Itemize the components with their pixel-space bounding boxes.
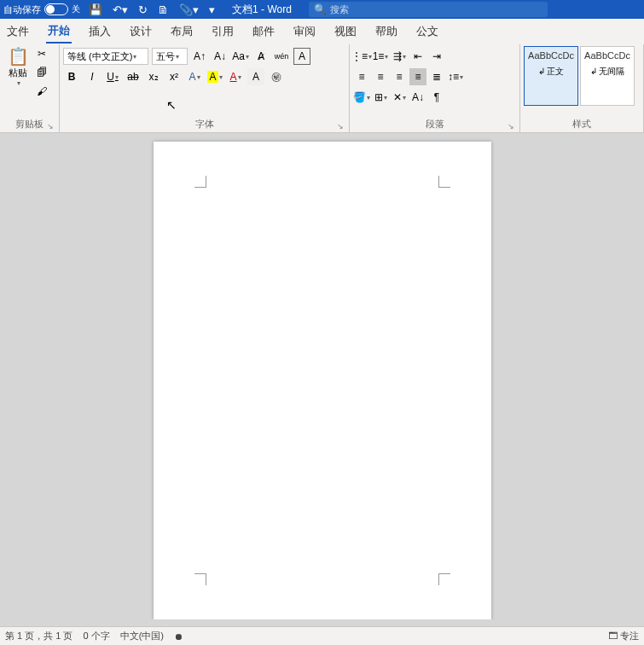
ribbon-tabs: 文件 开始 插入 设计 布局 引用 邮件 审阅 视图 帮助 公文 [0,19,644,44]
char-shading-button[interactable]: A [247,68,264,85]
multilevel-button[interactable]: ⇶▾ [391,48,408,65]
char-border-button[interactable]: A [293,48,310,65]
clipboard-label: 剪贴板 ↘ [3,116,55,132]
grow-font-button[interactable]: A↑ [191,48,208,65]
numbering-button[interactable]: 1≡▾ [372,48,389,65]
sort-button[interactable]: A↓ [409,89,426,106]
show-marks-button[interactable]: ¶ [428,89,445,106]
paste-button[interactable]: 📋 粘贴 ▾ [3,46,32,99]
phonetic-button[interactable]: wén [273,48,290,65]
tab-office[interactable]: 公文 [415,20,440,43]
save-icon[interactable]: 💾 [89,3,102,16]
strike-button[interactable]: ab [125,68,142,85]
ribbon: 📋 粘贴 ▾ ✂ 🗐 🖌 剪贴板 ↘ 等线 (中文正文)▾ 五号▾ A↑ A↓ … [0,44,644,133]
clipboard-launcher[interactable]: ↘ [47,122,54,131]
line-spacing-button[interactable]: ↕≡▾ [447,68,464,85]
page-1[interactable] [154,142,491,619]
cut-button[interactable]: ✂ [34,46,49,61]
increase-indent-button[interactable]: ⇥ [428,48,445,65]
tab-references[interactable]: 引用 [210,20,235,43]
autosave-group: 自动保存 关 [3,3,80,16]
tab-layout[interactable]: 布局 [169,20,194,43]
redo-icon[interactable]: ↻ [138,3,148,16]
font-launcher[interactable]: ↘ [337,122,344,131]
undo-icon[interactable]: ↶▾ [113,3,128,16]
search-icon: 🔍 [314,3,327,15]
tab-review[interactable]: 审阅 [292,20,317,43]
align-left-button[interactable]: ≡ [353,68,370,85]
margin-corner-tl [194,176,206,188]
text-effects-button[interactable]: A▾ [186,68,203,85]
font-size-combo[interactable]: 五号▾ [152,48,188,65]
tab-view[interactable]: 视图 [333,20,358,43]
qat-customize-icon[interactable]: ▾ [209,3,215,16]
style-nospacing[interactable]: AaBbCcDc ↲ 无间隔 [580,46,635,106]
subscript-button[interactable]: x₂ [145,68,162,85]
tab-help[interactable]: 帮助 [374,20,399,43]
margin-corner-bl [194,573,206,585]
status-focus[interactable]: 🗔 专注 [608,630,639,642]
autosave-off: 关 [72,3,80,15]
bullets-button[interactable]: ⋮≡▾ [353,48,370,65]
format-painter-button[interactable]: 🖌 [34,84,49,99]
margin-corner-tr [438,176,450,188]
status-macro-icon[interactable]: ⏺ [174,631,183,642]
autosave-label: 自动保存 [3,3,41,16]
style-normal[interactable]: AaBbCcDc ↲ 正文 [524,46,578,106]
align-center-button[interactable]: ≡ [372,68,389,85]
quick-access-toolbar: 💾 ↶▾ ↻ 🗎 📎▾ ▾ [89,3,215,16]
paste-icon: 📋 [3,46,32,67]
group-styles: AaBbCcDc ↲ 正文 AaBbCcDc ↲ 无间隔 样式 [520,44,644,132]
group-font: 等线 (中文正文)▾ 五号▾ A↑ A↓ Aa▾ A̷ wén A B I U▾… [60,44,350,132]
decrease-indent-button[interactable]: ⇤ [409,48,426,65]
char-scale-button[interactable]: ✕▾ [391,89,408,106]
document-title: 文档1 - Word [232,3,292,17]
paragraph-launcher[interactable]: ↘ [508,122,514,131]
search-input[interactable] [330,4,542,15]
title-bar: 自动保存 关 💾 ↶▾ ↻ 🗎 📎▾ ▾ 文档1 - Word 🔍 [0,0,644,19]
tab-mailings[interactable]: 邮件 [251,20,276,43]
margin-corner-br [438,573,450,585]
font-name-combo[interactable]: 等线 (中文正文)▾ [63,48,148,65]
borders-button[interactable]: ⊞▾ [372,89,389,106]
bold-button[interactable]: B [63,68,80,85]
distribute-button[interactable]: ≣ [428,68,445,85]
status-words[interactable]: 0 个字 [83,630,109,642]
justify-button[interactable]: ≡ [409,68,426,85]
clear-format-button[interactable]: A̷ [252,48,270,65]
tab-home[interactable]: 开始 [46,20,72,44]
font-color-button[interactable]: A▾ [227,68,244,85]
mouse-cursor-icon: ↖ [166,98,177,112]
tab-file[interactable]: 文件 [5,20,31,43]
underline-button[interactable]: U▾ [104,68,121,85]
highlight-button[interactable]: A▾ [206,68,223,85]
group-paragraph: ⋮≡▾ 1≡▾ ⇶▾ ⇤ ⇥ ≡ ≡ ≡ ≡ ≣ ↕≡▾ 🪣▾ ⊞▾ ✕▾ A↓… [350,44,520,132]
superscript-button[interactable]: x² [165,68,183,85]
paragraph-label: 段落 ↘ [353,116,516,132]
search-box[interactable]: 🔍 [309,2,548,17]
tab-design[interactable]: 设计 [128,20,154,43]
copy-button[interactable]: 🗐 [34,65,49,80]
change-case-button[interactable]: Aa▾ [232,48,249,65]
status-bar: 第 1 页，共 1 页 0 个字 中文(中国) ⏺ 🗔 专注 [0,626,644,645]
export-icon[interactable]: 🗎 [158,3,169,16]
align-right-button[interactable]: ≡ [391,68,408,85]
attach-icon[interactable]: 📎▾ [179,3,199,16]
shrink-font-button[interactable]: A↓ [212,48,229,65]
autosave-toggle[interactable] [44,3,68,15]
shading-button[interactable]: 🪣▾ [353,89,370,106]
tab-insert[interactable]: 插入 [87,20,113,43]
italic-button[interactable]: I [84,68,101,85]
status-lang[interactable]: 中文(中国) [120,630,164,642]
font-label: 字体 ↘ [63,116,345,132]
status-page[interactable]: 第 1 页，共 1 页 [5,630,73,642]
styles-label: 样式 [524,116,640,132]
document-canvas[interactable] [0,133,644,619]
enclose-button[interactable]: ㊙ [268,68,285,85]
group-clipboard: 📋 粘贴 ▾ ✂ 🗐 🖌 剪贴板 ↘ [0,44,60,132]
